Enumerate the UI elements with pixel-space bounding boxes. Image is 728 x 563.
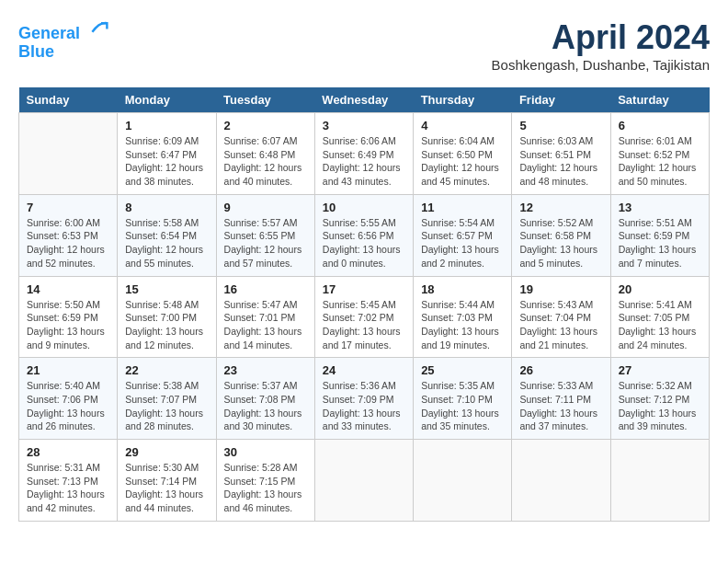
calendar-cell [414, 440, 512, 522]
day-info: Sunrise: 5:45 AM Sunset: 7:02 PM Dayligh… [323, 298, 405, 352]
day-number: 19 [519, 282, 602, 296]
day-info: Sunrise: 6:09 AM Sunset: 6:47 PM Dayligh… [125, 134, 208, 189]
day-number: 13 [619, 201, 701, 214]
calendar-cell [314, 440, 413, 522]
day-info: Sunrise: 5:38 AM Sunset: 7:07 PM Dayligh… [125, 379, 208, 433]
day-info: Sunrise: 5:36 AM Sunset: 7:09 PM Dayligh… [323, 379, 405, 433]
weekday-header-wednesday: Wednesday [314, 87, 413, 113]
day-info: Sunrise: 5:31 AM Sunset: 7:13 PM Dayligh… [27, 461, 109, 515]
day-info: Sunrise: 5:41 AM Sunset: 7:05 PM Dayligh… [619, 298, 701, 352]
day-number: 23 [224, 363, 307, 377]
calendar-cell: 29Sunrise: 5:30 AM Sunset: 7:14 PM Dayli… [118, 440, 216, 522]
calendar-cell: 15Sunrise: 5:48 AM Sunset: 7:00 PM Dayli… [118, 276, 216, 358]
day-info: Sunrise: 5:55 AM Sunset: 6:56 PM Dayligh… [323, 216, 405, 270]
calendar-cell: 19Sunrise: 5:43 AM Sunset: 7:04 PM Dayli… [512, 276, 610, 358]
day-info: Sunrise: 6:03 AM Sunset: 6:51 PM Dayligh… [519, 134, 602, 189]
weekday-header-thursday: Thursday [414, 87, 512, 113]
day-info: Sunrise: 5:28 AM Sunset: 7:15 PM Dayligh… [224, 461, 307, 515]
calendar-table: SundayMondayTuesdayWednesdayThursdayFrid… [18, 87, 710, 522]
day-number: 1 [125, 119, 208, 132]
day-number: 21 [27, 363, 109, 377]
day-number: 25 [421, 363, 504, 377]
day-info: Sunrise: 5:30 AM Sunset: 7:14 PM Dayligh… [125, 461, 208, 515]
calendar-cell: 4Sunrise: 6:04 AM Sunset: 6:50 PM Daylig… [414, 113, 512, 195]
day-info: Sunrise: 5:58 AM Sunset: 6:54 PM Dayligh… [125, 216, 208, 270]
page-header: General Blue April 2024 Boshkengash, Dus… [18, 18, 710, 73]
calendar-cell: 1Sunrise: 6:09 AM Sunset: 6:47 PM Daylig… [118, 113, 216, 195]
weekday-header-friday: Friday [512, 87, 610, 113]
calendar-cell: 18Sunrise: 5:44 AM Sunset: 7:03 PM Dayli… [414, 276, 512, 358]
day-info: Sunrise: 5:43 AM Sunset: 7:04 PM Dayligh… [519, 298, 602, 352]
day-number: 12 [519, 201, 602, 214]
calendar-cell: 8Sunrise: 5:58 AM Sunset: 6:54 PM Daylig… [118, 194, 216, 276]
day-info: Sunrise: 5:32 AM Sunset: 7:12 PM Dayligh… [619, 379, 701, 433]
calendar-cell: 20Sunrise: 5:41 AM Sunset: 7:05 PM Dayli… [610, 276, 709, 358]
calendar-cell: 17Sunrise: 5:45 AM Sunset: 7:02 PM Dayli… [314, 276, 413, 358]
day-number: 26 [519, 363, 602, 377]
day-info: Sunrise: 6:00 AM Sunset: 6:53 PM Dayligh… [27, 216, 109, 270]
month-title: April 2024 [492, 18, 710, 57]
weekday-header-sunday: Sunday [19, 87, 118, 113]
day-number: 8 [125, 201, 208, 214]
day-number: 18 [421, 282, 504, 296]
calendar-cell: 7Sunrise: 6:00 AM Sunset: 6:53 PM Daylig… [19, 194, 118, 276]
calendar-cell: 13Sunrise: 5:51 AM Sunset: 6:59 PM Dayli… [610, 194, 709, 276]
calendar-week-row: 28Sunrise: 5:31 AM Sunset: 7:13 PM Dayli… [19, 440, 710, 522]
day-number: 4 [421, 119, 504, 132]
calendar-cell: 26Sunrise: 5:33 AM Sunset: 7:11 PM Dayli… [512, 358, 610, 440]
logo: General Blue [18, 18, 108, 62]
day-info: Sunrise: 6:07 AM Sunset: 6:48 PM Dayligh… [224, 134, 307, 189]
calendar-cell: 22Sunrise: 5:38 AM Sunset: 7:07 PM Dayli… [118, 358, 216, 440]
calendar-cell: 14Sunrise: 5:50 AM Sunset: 6:59 PM Dayli… [19, 276, 118, 358]
calendar-week-row: 1Sunrise: 6:09 AM Sunset: 6:47 PM Daylig… [19, 113, 710, 195]
title-block: April 2024 Boshkengash, Dushanbe, Tajiki… [492, 18, 710, 73]
calendar-cell: 30Sunrise: 5:28 AM Sunset: 7:15 PM Dayli… [216, 440, 314, 522]
day-number: 24 [323, 363, 405, 377]
day-number: 22 [125, 363, 208, 377]
calendar-cell: 11Sunrise: 5:54 AM Sunset: 6:57 PM Dayli… [414, 194, 512, 276]
calendar-cell [512, 440, 610, 522]
day-number: 6 [619, 119, 701, 132]
day-info: Sunrise: 5:47 AM Sunset: 7:01 PM Dayligh… [224, 298, 307, 352]
day-info: Sunrise: 5:52 AM Sunset: 6:58 PM Dayligh… [519, 216, 602, 270]
calendar-cell: 12Sunrise: 5:52 AM Sunset: 6:58 PM Dayli… [512, 194, 610, 276]
calendar-cell [610, 440, 709, 522]
day-info: Sunrise: 6:04 AM Sunset: 6:50 PM Dayligh… [421, 134, 504, 189]
calendar-cell: 2Sunrise: 6:07 AM Sunset: 6:48 PM Daylig… [216, 113, 314, 195]
day-info: Sunrise: 5:40 AM Sunset: 7:06 PM Dayligh… [27, 379, 109, 433]
day-number: 15 [125, 282, 208, 296]
day-number: 14 [27, 282, 109, 296]
logo-icon [86, 17, 108, 39]
day-number: 5 [519, 119, 602, 132]
day-info: Sunrise: 5:50 AM Sunset: 6:59 PM Dayligh… [27, 298, 109, 352]
calendar-cell: 28Sunrise: 5:31 AM Sunset: 7:13 PM Dayli… [19, 440, 118, 522]
calendar-cell: 9Sunrise: 5:57 AM Sunset: 6:55 PM Daylig… [216, 194, 314, 276]
day-number: 29 [125, 445, 208, 459]
day-number: 16 [224, 282, 307, 296]
calendar-cell: 16Sunrise: 5:47 AM Sunset: 7:01 PM Dayli… [216, 276, 314, 358]
day-number: 10 [323, 201, 405, 214]
weekday-header-monday: Monday [118, 87, 216, 113]
day-info: Sunrise: 5:37 AM Sunset: 7:08 PM Dayligh… [224, 379, 307, 433]
calendar-week-row: 14Sunrise: 5:50 AM Sunset: 6:59 PM Dayli… [19, 276, 710, 358]
day-number: 11 [421, 201, 504, 214]
day-info: Sunrise: 5:57 AM Sunset: 6:55 PM Dayligh… [224, 216, 307, 270]
logo-text: General [18, 18, 108, 43]
calendar-cell [19, 113, 118, 195]
calendar-cell: 10Sunrise: 5:55 AM Sunset: 6:56 PM Dayli… [314, 194, 413, 276]
day-info: Sunrise: 5:35 AM Sunset: 7:10 PM Dayligh… [421, 379, 504, 433]
day-info: Sunrise: 5:44 AM Sunset: 7:03 PM Dayligh… [421, 298, 504, 352]
day-info: Sunrise: 6:06 AM Sunset: 6:49 PM Dayligh… [323, 134, 405, 189]
day-info: Sunrise: 5:51 AM Sunset: 6:59 PM Dayligh… [619, 216, 701, 270]
day-number: 3 [323, 119, 405, 132]
weekday-header-tuesday: Tuesday [216, 87, 314, 113]
day-number: 30 [224, 445, 307, 459]
calendar-cell: 23Sunrise: 5:37 AM Sunset: 7:08 PM Dayli… [216, 358, 314, 440]
weekday-header-saturday: Saturday [610, 87, 709, 113]
day-number: 20 [619, 282, 701, 296]
calendar-cell: 27Sunrise: 5:32 AM Sunset: 7:12 PM Dayli… [610, 358, 709, 440]
location-text: Boshkengash, Dushanbe, Tajikistan [492, 57, 710, 73]
calendar-week-row: 7Sunrise: 6:00 AM Sunset: 6:53 PM Daylig… [19, 194, 710, 276]
day-info: Sunrise: 5:33 AM Sunset: 7:11 PM Dayligh… [519, 379, 602, 433]
day-number: 17 [323, 282, 405, 296]
